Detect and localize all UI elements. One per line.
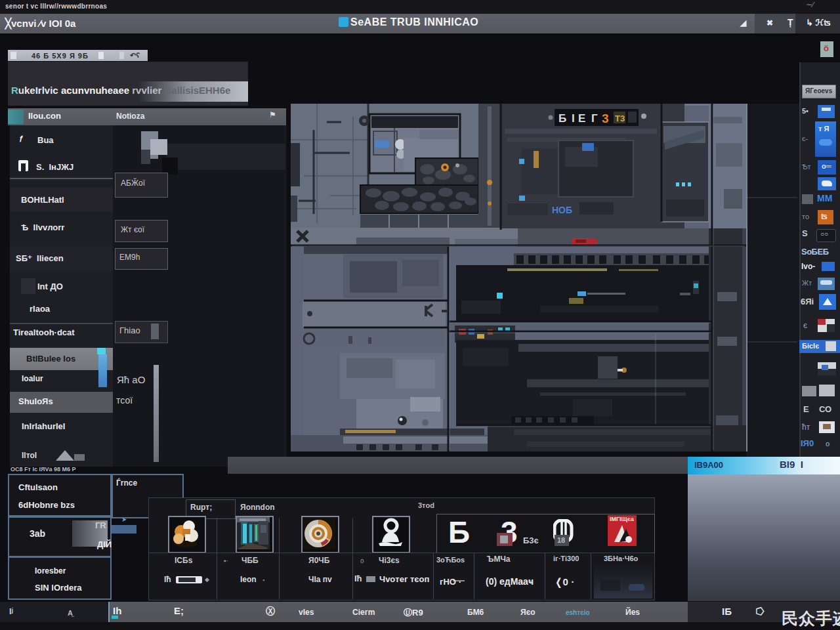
svg-text:Г: Г [591, 112, 598, 125]
svg-text:3: 3 [602, 112, 609, 125]
svg-text:I: I [572, 112, 575, 125]
svg-text:Б: Б [558, 112, 566, 125]
svg-text:НОБ: НОБ [552, 205, 572, 215]
svg-text:Т3: Т3 [615, 114, 625, 123]
svg-text:Е: Е [578, 112, 585, 125]
